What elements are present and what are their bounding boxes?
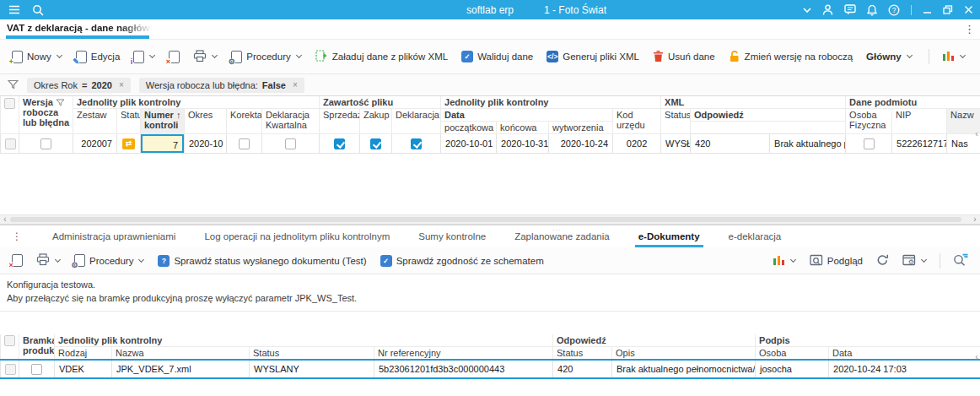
generate-xml-button[interactable]: </> Generuj pliki XML: [541, 47, 644, 66]
menu-icon[interactable]: [8, 5, 20, 14]
remove-filter-icon[interactable]: ×: [293, 80, 298, 90]
cell-odp-kod[interactable]: 420: [691, 134, 770, 154]
chevron-down-icon[interactable]: [803, 8, 811, 13]
column-header-nazwa[interactable]: Nazwa: [112, 346, 250, 360]
column-header-status[interactable]: Status: [117, 109, 141, 134]
row-checkbox[interactable]: [5, 138, 16, 149]
column-header-data-koncowa[interactable]: końcowa: [497, 122, 549, 134]
search-panel-button[interactable]: [948, 250, 973, 271]
cell-osoba[interactable]: josocha: [756, 360, 829, 378]
cancel-document-button[interactable]: ×: [164, 47, 185, 67]
column-header-opis[interactable]: Opis: [612, 346, 756, 360]
check-status-button[interactable]: ? Sprawdź status wysłanego dokumentu (Te…: [153, 252, 371, 270]
cell-kod-urzedu[interactable]: 0202: [613, 134, 661, 154]
tab-e-deklaracja[interactable]: e-deklaracja: [729, 225, 782, 247]
column-header-rodzaj[interactable]: Rodzaj: [55, 346, 112, 360]
cell-status[interactable]: ⇄: [117, 134, 141, 154]
column-header-deklaracja-kwartalna[interactable]: DeklaracjaKwartalna: [262, 109, 320, 134]
close-icon[interactable]: [964, 5, 973, 14]
column-header-nr-referencyjny[interactable]: Nr referencyjny: [374, 346, 553, 360]
column-header-data-poczatkowa[interactable]: początkowa: [441, 122, 497, 134]
document-info-button[interactable]: i: [128, 47, 160, 67]
cell-nip[interactable]: 5222612717: [892, 134, 947, 154]
check-schema-button[interactable]: ✓ Sprawdź zgodność ze schematem: [375, 252, 549, 270]
chart-button[interactable]: [767, 251, 801, 271]
change-version-button[interactable]: Zmień wersję na roboczą: [724, 46, 858, 68]
print-button[interactable]: [188, 46, 223, 68]
select-all-checkbox[interactable]: [4, 335, 15, 346]
table-row[interactable]: 202007 ⇄ 7 2020-10 2020-10-01 2020-10-31…: [1, 134, 980, 154]
tabs-menu-icon[interactable]: ⋮: [12, 231, 22, 242]
procedures-button[interactable]: ⚙ Procedury: [226, 47, 306, 67]
cell-status[interactable]: WYSLANY: [250, 360, 374, 378]
scroll-left-icon[interactable]: ‹: [975, 128, 978, 138]
column-header-okres[interactable]: Okres: [185, 109, 227, 134]
tab-sumy-kontrolne[interactable]: Sumy kontrolne: [418, 225, 486, 247]
column-header-data[interactable]: Data: [829, 346, 980, 360]
validate-button[interactable]: ✓ Waliduj dane: [456, 47, 538, 66]
grid-settings-button[interactable]: ⚙: [897, 251, 932, 271]
selected-cell[interactable]: 7: [141, 134, 184, 153]
bell-icon[interactable]: [867, 4, 877, 16]
cell-deklaracja[interactable]: [392, 134, 441, 154]
select-all-cell[interactable]: [1, 334, 19, 360]
cell-data[interactable]: 2020-10-24 17:03: [829, 360, 980, 378]
filter-chip-wersja[interactable]: Wersja robocza lub błędna: False ×: [139, 78, 304, 93]
user-icon[interactable]: [822, 4, 833, 15]
column-header-nip[interactable]: NIP: [892, 109, 947, 134]
select-all-checkbox[interactable]: [4, 98, 15, 109]
delete-button[interactable]: Usuń dane: [648, 46, 720, 68]
funnel-icon[interactable]: [8, 79, 19, 91]
chart-button[interactable]: [937, 46, 971, 67]
scroll-left-icon[interactable]: ‹: [975, 351, 978, 361]
cell-sprzedaz[interactable]: [320, 134, 360, 154]
company-selector[interactable]: 1 - Foto Świat: [544, 4, 606, 16]
cell-data-koncowa[interactable]: 2020-10-31: [497, 134, 549, 154]
cell-odp-opis[interactable]: Brak aktualnego pełnomocnictwa/upo: [770, 134, 846, 154]
scroll-right-arrow-icon[interactable]: ›: [970, 215, 980, 224]
cell-okres[interactable]: 2020-10: [185, 134, 227, 154]
print-button[interactable]: [31, 250, 66, 271]
cell-wersja-robocza[interactable]: [19, 134, 73, 154]
column-header-wersja[interactable]: Wersja robocza lub błędna: [19, 96, 73, 134]
cell-nazwa[interactable]: JPK_VDEK_7.xml: [112, 360, 250, 378]
preview-button[interactable]: Podgląd: [805, 251, 868, 271]
column-header-osoba[interactable]: Osoba: [756, 346, 829, 360]
procedures-button[interactable]: ⚙ Procedury: [69, 251, 149, 270]
view-settings-button[interactable]: ⚙: [974, 46, 980, 67]
edit-button[interactable]: ✎ Edycja: [71, 47, 126, 67]
column-header-xml-status[interactable]: Status: [661, 109, 691, 134]
refresh-button[interactable]: [871, 251, 894, 271]
tab-zaplanowane-zadania[interactable]: Zaplanowane zadania: [514, 225, 610, 247]
cell-nr-referencyjny[interactable]: 5b23061201fd3b3c000000443: [374, 360, 553, 378]
page-title-tab[interactable]: VAT z deklaracją - dane nagłówkowe: [7, 23, 152, 33]
tab-administracja-uprawnieniami[interactable]: Administracja uprawnieniami: [52, 225, 175, 247]
more-options-icon[interactable]: ⋮: [964, 23, 975, 35]
column-header-numer-kontroli[interactable]: Numer ↑ kontroli: [141, 109, 185, 134]
filter-chip-okres[interactable]: Okres Rok = 2020 ×: [27, 78, 131, 93]
column-header-korekta[interactable]: Korekta: [227, 109, 262, 134]
cancel-document-button[interactable]: ×: [7, 251, 28, 270]
column-header-zakup[interactable]: Zakup: [360, 109, 392, 134]
column-header-osoba-fizyczna[interactable]: OsobaFizyczna: [846, 109, 892, 134]
column-header-deklaracja[interactable]: Deklaracja: [392, 109, 441, 134]
cell-opis[interactable]: Brak aktualnego pełnomocnictwa/upo: [612, 360, 756, 378]
row-checkbox[interactable]: [5, 364, 16, 375]
cell-deklaracja-kwartalna[interactable]: [262, 134, 320, 154]
column-header-data-wytworzenia[interactable]: wytworzenia: [549, 122, 613, 134]
scroll-left-arrow-icon[interactable]: ‹: [0, 215, 10, 224]
tab-log-operacji[interactable]: Log operacji na jednolitym pliku kontrol…: [204, 225, 390, 247]
column-header-zestaw[interactable]: Zestaw: [73, 109, 117, 134]
cell-bramka-produkcyjna[interactable]: [19, 360, 55, 378]
cell-odp-status[interactable]: 420: [553, 360, 612, 378]
new-button[interactable]: + Nowy: [7, 47, 67, 67]
cell-data-wytworzenia[interactable]: 2020-10-24: [549, 134, 613, 154]
cell-data-poczatkowa[interactable]: 2020-10-01: [441, 134, 497, 154]
view-selector-dropdown[interactable]: Główny: [861, 48, 918, 65]
column-header-sprzedaz[interactable]: Sprzedaż: [320, 109, 360, 134]
load-xml-button[interactable]: Załaduj dane z plików XML: [310, 46, 453, 67]
scrollbar-thumb[interactable]: [10, 217, 961, 222]
column-header-bramka-produkcyjna[interactable]: Bramkaproduk: [19, 334, 55, 360]
row-select-cell[interactable]: [1, 134, 19, 154]
column-header-status[interactable]: Status: [250, 346, 374, 360]
